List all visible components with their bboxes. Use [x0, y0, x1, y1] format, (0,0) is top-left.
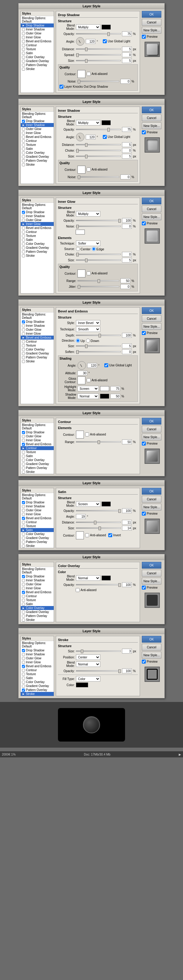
choke-thumb-3[interactable] — [76, 253, 79, 256]
new-style-button-5[interactable]: New Style... — [142, 434, 161, 441]
new-style-button-2[interactable]: New Style... — [142, 123, 161, 129]
blend-mode-select-8[interactable]: Normal — [76, 662, 100, 667]
style-pattern-2[interactable]: Pattern Overlay — [21, 159, 54, 162]
style-inner-shadow-3[interactable]: Inner Shadow — [21, 214, 54, 218]
source-center-3[interactable]: Center — [76, 247, 91, 251]
color-swatch-2[interactable] — [101, 120, 111, 125]
style-texture-3[interactable]: Texture — [21, 234, 54, 238]
style-inner-shadow-2[interactable]: ► Inner Shadow — [21, 123, 54, 127]
opacity-input-2[interactable] — [122, 127, 132, 132]
cancel-button-3[interactable]: Cancel — [142, 205, 161, 212]
style-drop-shadow-4[interactable]: Drop Shadow — [21, 320, 54, 324]
angle-input-6[interactable] — [76, 514, 86, 519]
soften-input-4[interactable] — [122, 349, 132, 354]
style-texture-2[interactable]: Texture — [21, 143, 54, 147]
noise-track-3[interactable] — [76, 226, 121, 227]
size-slider-4[interactable] — [76, 345, 121, 347]
technique-select-4[interactable]: Smooth — [76, 326, 100, 332]
style-color-overlay-2[interactable]: Color Overlay — [21, 151, 54, 155]
size-slider-2[interactable] — [76, 156, 121, 157]
size-track-3[interactable] — [76, 259, 121, 261]
choke-thumb-2[interactable] — [76, 149, 79, 153]
new-style-button-8[interactable]: New Style... — [142, 652, 161, 659]
style-drop-shadow-7[interactable]: Drop Shadow — [21, 574, 54, 578]
style-bevel-5[interactable]: Bevel and Emboss — [21, 442, 54, 446]
noise-input-3[interactable] — [122, 224, 132, 229]
style-satin-7[interactable]: Satin — [21, 602, 54, 606]
range-track-5[interactable] — [76, 441, 121, 442]
style-gradient-7[interactable]: Gradient Overlay — [21, 610, 54, 614]
angle-dial-2[interactable] — [76, 133, 85, 141]
style-texture-4[interactable]: Texture — [21, 344, 54, 347]
cancel-button-4[interactable]: Cancel — [142, 315, 161, 322]
position-select-8[interactable]: Center — [76, 654, 100, 660]
style-stroke-5[interactable]: Stroke — [21, 470, 54, 474]
depth-slider-4[interactable] — [76, 335, 121, 336]
opacity-thumb-1[interactable] — [108, 32, 110, 36]
opacity-track-8[interactable] — [76, 670, 121, 671]
noise-input-1[interactable] — [120, 79, 130, 84]
spread-input-1[interactable] — [122, 52, 132, 57]
color-swatch-7[interactable] — [101, 576, 111, 581]
angle-dial-1[interactable] — [76, 37, 85, 46]
style-drop-shadow-6[interactable]: Drop Shadow — [21, 500, 54, 504]
range-thumb-5[interactable] — [98, 441, 100, 444]
size-track-4[interactable] — [76, 345, 121, 347]
preview-checkbox-3[interactable]: Preview — [142, 221, 162, 225]
style-outer-glow-8[interactable]: Outer Glow — [21, 656, 54, 660]
style-blending-8[interactable]: Blending Options: Default — [21, 641, 54, 648]
style-texture-1[interactable]: Texture — [21, 47, 54, 51]
depth-input-4[interactable] — [122, 333, 132, 338]
new-style-button-3[interactable]: New Style... — [142, 213, 161, 220]
opacity-input-1[interactable] — [122, 31, 132, 36]
range-input-3[interactable] — [120, 278, 130, 283]
opacity-thumb-7[interactable] — [118, 583, 121, 587]
preview-checkbox-4[interactable]: Preview — [142, 331, 162, 335]
style-gradient-5[interactable]: Gradient Overlay — [21, 462, 54, 466]
distance-input-1[interactable] — [122, 46, 132, 51]
new-style-button-4[interactable]: New Style... — [142, 323, 161, 330]
jitter-track-3[interactable] — [77, 286, 119, 287]
distance-slider-2[interactable] — [76, 144, 121, 145]
invert-row-6[interactable]: Invert — [108, 533, 121, 537]
range-slider-3[interactable] — [77, 280, 119, 282]
size-thumb-6[interactable] — [98, 527, 101, 530]
noise-track-1[interactable] — [77, 81, 119, 82]
style-color-overlay-8[interactable]: Color Overlay — [21, 680, 54, 684]
spread-track-1[interactable] — [76, 54, 121, 56]
size-input-1[interactable] — [122, 58, 132, 63]
style-color-overlay-6[interactable]: Color Overlay — [21, 532, 54, 536]
opacity-slider-2[interactable] — [76, 129, 121, 130]
style-drop-shadow-5[interactable]: Drop Shadow — [21, 430, 54, 434]
style-drop-shadow-3[interactable]: Drop Shadow — [21, 210, 54, 214]
style-gradient-overlay-1[interactable]: Gradient Overlay — [21, 59, 54, 63]
style-inner-glow-2[interactable]: Inner Glow — [21, 131, 54, 135]
noise-slider-2[interactable] — [77, 176, 119, 178]
style-bevel-2[interactable]: Bevel and Emboss — [21, 135, 54, 139]
ok-button-3[interactable]: OK — [142, 198, 161, 204]
contour-thumb-3[interactable] — [77, 269, 85, 277]
style-pattern-7[interactable]: Pattern Overlay — [21, 614, 54, 618]
style-contour-2[interactable]: Contour — [21, 139, 54, 143]
style-blending-options-1[interactable]: Blending Options: Default — [21, 16, 54, 24]
choke-slider-3[interactable] — [76, 254, 121, 255]
noise-input-2[interactable] — [120, 175, 130, 179]
style-contour-1[interactable]: Contour — [21, 43, 54, 47]
size-slider-3[interactable] — [76, 259, 121, 261]
style-pattern-4[interactable]: Pattern Overlay — [21, 355, 54, 360]
style-outer-glow-5[interactable]: Outer Glow — [21, 434, 54, 438]
size-thumb-2[interactable] — [85, 155, 88, 158]
style-outer-glow-4[interactable]: Outer Glow — [21, 328, 54, 332]
distance-input-6[interactable] — [122, 520, 132, 525]
cancel-button-2[interactable]: Cancel — [142, 115, 161, 121]
jitter-input-3[interactable] — [120, 284, 130, 289]
style-inner-glow-5[interactable]: Inner Glow — [21, 438, 54, 442]
style-pattern-3[interactable]: Pattern Overlay — [21, 250, 54, 254]
opacity-track-3[interactable] — [76, 220, 121, 221]
style-blending-5[interactable]: Blending Options: Default — [21, 423, 54, 430]
cancel-button-5[interactable]: Cancel — [142, 426, 161, 433]
style-select-4[interactable]: Inner Bevel — [76, 320, 100, 326]
size-input-3[interactable] — [122, 258, 132, 262]
spread-slider-1[interactable] — [76, 54, 121, 56]
size-track-2[interactable] — [76, 156, 121, 157]
